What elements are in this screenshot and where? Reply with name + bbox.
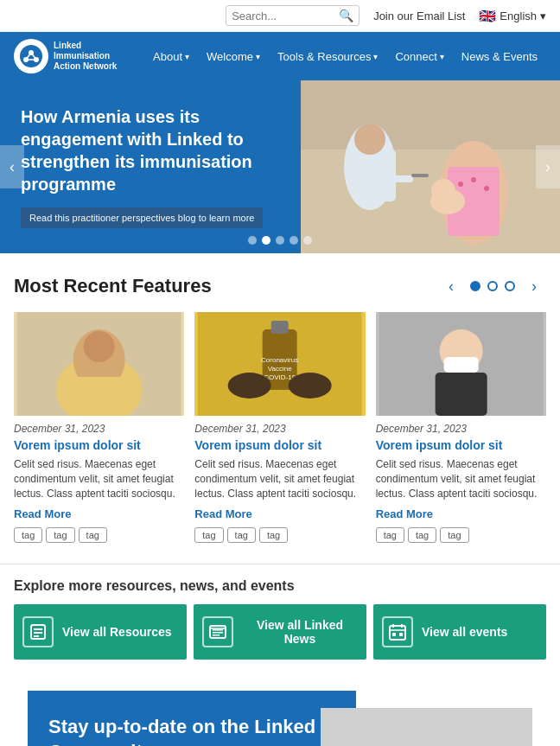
stay-section-wrapper: Stay up-to-date on the Linked Community … (0, 691, 560, 746)
hero-image-placeholder (301, 80, 560, 253)
card-2-desc: Celit sed risus. Maecenas eget condiment… (194, 457, 365, 501)
svg-rect-17 (353, 150, 396, 201)
carousel-dot-1[interactable] (248, 236, 257, 245)
chevron-down-icon: ▾ (256, 52, 260, 61)
card-2-image: Coronavirus Vaccine COVID-19 (194, 312, 365, 416)
svg-rect-43 (213, 629, 223, 631)
tag[interactable]: tag (259, 527, 288, 543)
svg-point-0 (20, 45, 42, 67)
stay-blue-box: Stay up-to-date on the Linked Community … (28, 691, 356, 746)
explore-buttons: View all Resources View all Linked News (14, 604, 546, 660)
carousel-dot-5[interactable] (303, 236, 312, 245)
news-label: View all Linked News (242, 618, 358, 646)
page-dot-1[interactable] (470, 281, 480, 291)
svg-rect-52 (399, 633, 403, 636)
carousel-dots (248, 236, 312, 245)
svg-point-15 (431, 179, 455, 203)
logo-icon (14, 39, 48, 73)
view-all-events-button[interactable]: View all events (373, 604, 546, 660)
chevron-down-icon: ▾ (373, 52, 378, 61)
svg-rect-40 (34, 632, 42, 634)
card-2-title[interactable]: Vorem ipsum dolor sit (194, 438, 365, 452)
stay-title: Stay up-to-date on the Linked Community (48, 715, 335, 746)
features-header: Most Recent Features ‹ › (14, 274, 546, 298)
page-dot-2[interactable] (487, 281, 498, 291)
svg-rect-37 (435, 373, 487, 416)
prev-page-button[interactable]: ‹ (439, 274, 463, 298)
feature-card-2: Coronavirus Vaccine COVID-19 December 31… (194, 312, 365, 543)
search-icon[interactable]: 🔍 (339, 9, 353, 22)
tag[interactable]: tag (440, 527, 468, 543)
nav-item-tools[interactable]: Tools & Resources ▾ (269, 38, 386, 75)
nav-item-welcome[interactable]: Welcome ▾ (198, 38, 269, 75)
card-1-desc: Celit sed risus. Maecenas eget condiment… (14, 457, 184, 501)
card-2-tags: tag tag tag (194, 527, 365, 543)
hero-image (301, 80, 560, 253)
svg-point-12 (471, 177, 476, 182)
language-selector[interactable]: 🇬🇧 English ▾ (479, 8, 546, 24)
svg-rect-19 (387, 175, 413, 182)
tag[interactable]: tag (46, 527, 74, 543)
logo[interactable]: Linked Immunisation Action Network (14, 32, 127, 80)
nav-links: About ▾ Welcome ▾ Tools & Resources ▾ Co… (144, 38, 546, 75)
card-3-title[interactable]: Vorem ipsum dolor sit (376, 438, 546, 452)
view-all-resources-button[interactable]: View all Resources (14, 604, 187, 660)
hero-content: How Armenia uses its engagement with Lin… (0, 80, 301, 253)
search-input[interactable] (232, 10, 335, 22)
carousel-prev-button[interactable]: ‹ (0, 145, 24, 188)
card-2-read-more[interactable]: Read More (194, 507, 365, 520)
next-page-button[interactable]: › (522, 274, 546, 298)
nav-item-news[interactable]: News & Events (453, 38, 546, 75)
carousel-dot-3[interactable] (276, 236, 284, 245)
explore-section: Explore more resources, news, and events… (0, 571, 560, 677)
tag[interactable]: tag (376, 527, 404, 543)
card-1-image (14, 312, 184, 416)
carousel-dot-4[interactable] (290, 236, 298, 245)
tag[interactable]: tag (79, 527, 107, 543)
nav-item-about[interactable]: About ▾ (144, 38, 198, 75)
svg-point-13 (484, 186, 489, 191)
tag[interactable]: tag (408, 527, 436, 543)
svg-rect-41 (34, 635, 39, 637)
news-icon (202, 616, 233, 647)
svg-rect-20 (411, 174, 429, 177)
pagination-controls: ‹ › (439, 274, 546, 298)
explore-title: Explore more resources, news, and events (14, 578, 546, 594)
chevron-down-icon: ▾ (185, 52, 189, 61)
events-label: View all events (422, 625, 507, 639)
svg-point-18 (354, 124, 385, 155)
svg-rect-51 (392, 633, 396, 636)
card-3-desc: Celit sed risus. Maecenas eget condiment… (376, 457, 546, 501)
chevron-down-icon: ▾ (540, 10, 546, 22)
svg-text:Vaccine: Vaccine (268, 365, 292, 373)
view-all-news-button[interactable]: View all Linked News (194, 604, 366, 660)
hero-banner: How Armenia uses its engagement with Lin… (0, 80, 560, 253)
nav-item-connect[interactable]: Connect ▾ (386, 38, 452, 75)
section-divider (0, 564, 560, 564)
features-section: Most Recent Features ‹ › December 31 (0, 253, 560, 564)
chevron-down-icon: ▾ (440, 52, 444, 61)
card-3-image (376, 312, 546, 416)
svg-rect-25 (69, 377, 130, 416)
svg-rect-45 (213, 634, 220, 636)
resources-label: View all Resources (62, 625, 172, 639)
join-email-link[interactable]: Join our Email List (373, 10, 465, 22)
feature-card-1: December 31, 2023 Vorem ipsum dolor sit … (14, 312, 184, 543)
page-dot-3[interactable] (505, 281, 515, 291)
tag[interactable]: tag (227, 527, 256, 543)
card-1-title[interactable]: Vorem ipsum dolor sit (14, 438, 184, 452)
svg-text:Coronavirus: Coronavirus (261, 356, 298, 364)
card-1-tags: tag tag tag (14, 527, 184, 543)
card-1-read-more[interactable]: Read More (14, 507, 184, 520)
search-bar[interactable]: 🔍 (226, 5, 360, 26)
card-3-read-more[interactable]: Read More (376, 507, 546, 520)
tag[interactable]: tag (194, 527, 223, 543)
carousel-dot-2[interactable] (262, 236, 270, 245)
resources-icon (22, 616, 54, 647)
main-nav: Linked Immunisation Action Network About… (0, 32, 560, 80)
header-top: 🔍 Join our Email List 🇬🇧 English ▾ (0, 0, 560, 32)
carousel-next-button[interactable]: › (536, 145, 560, 188)
tag[interactable]: tag (14, 527, 42, 543)
hero-cta-button[interactable]: Read this practitioner perspectives blog… (21, 207, 263, 228)
svg-point-33 (289, 373, 332, 399)
